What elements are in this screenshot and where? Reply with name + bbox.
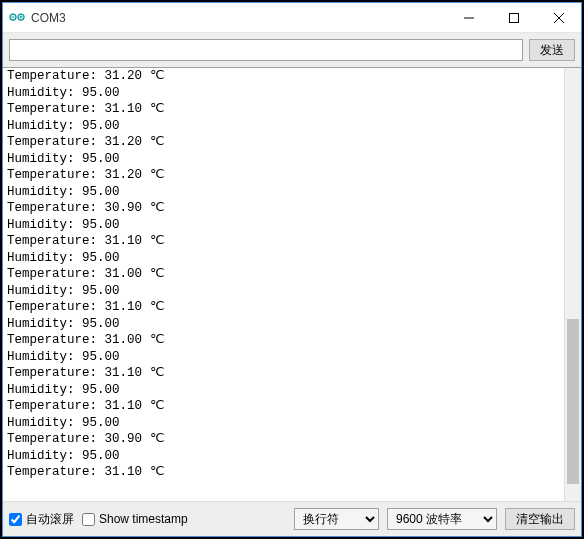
console-area: Temperature: 31.20 ℃ Humidity: 95.00 Tem…	[3, 67, 581, 502]
scrollbar-thumb[interactable]	[567, 319, 579, 484]
send-toolbar: 发送	[3, 33, 581, 67]
timestamp-checkbox[interactable]: Show timestamp	[82, 512, 188, 526]
close-button[interactable]	[536, 3, 581, 32]
serial-input[interactable]	[9, 39, 523, 61]
line-ending-select[interactable]: 换行符	[294, 508, 379, 530]
serial-monitor-window: COM3 发送 Temperature: 31.20 ℃ Humidity: 9…	[2, 2, 582, 537]
svg-rect-6	[509, 13, 518, 22]
maximize-button[interactable]	[491, 3, 536, 32]
window-title: COM3	[31, 11, 446, 25]
minimize-button[interactable]	[446, 3, 491, 32]
send-button[interactable]: 发送	[529, 39, 575, 61]
arduino-icon	[9, 10, 25, 26]
clear-output-button[interactable]: 清空输出	[505, 508, 575, 530]
autoscroll-checkbox[interactable]: 自动滚屏	[9, 511, 74, 528]
timestamp-input[interactable]	[82, 513, 95, 526]
scrollbar[interactable]	[564, 68, 581, 501]
window-controls	[446, 3, 581, 32]
baud-rate-select[interactable]: 9600 波特率	[387, 508, 497, 530]
timestamp-label: Show timestamp	[99, 512, 188, 526]
serial-output[interactable]: Temperature: 31.20 ℃ Humidity: 95.00 Tem…	[3, 68, 564, 501]
autoscroll-input[interactable]	[9, 513, 22, 526]
bottom-toolbar: 自动滚屏 Show timestamp 换行符 9600 波特率 清空输出	[3, 502, 581, 536]
titlebar: COM3	[3, 3, 581, 33]
autoscroll-label: 自动滚屏	[26, 511, 74, 528]
